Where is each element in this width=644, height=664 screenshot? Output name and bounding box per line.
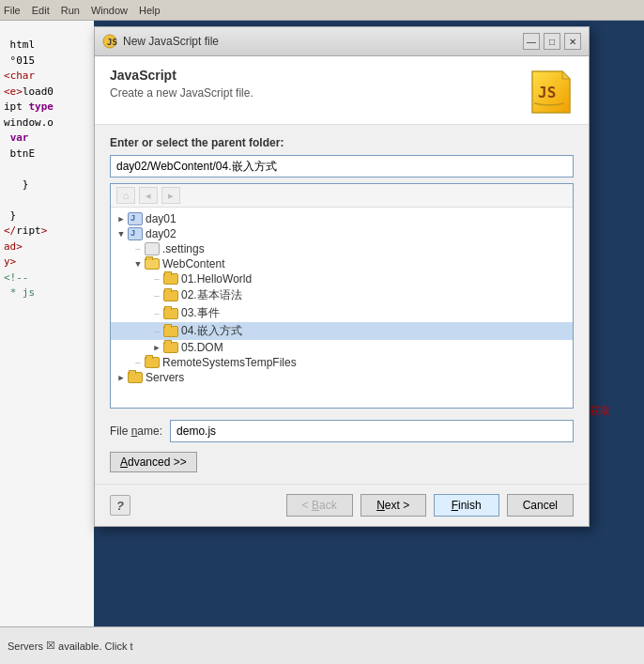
dialog-subtext: Create a new JavaScript file. — [110, 86, 253, 100]
helloworld-folder-icon — [163, 273, 178, 285]
svg-text:JS: JS — [538, 84, 556, 101]
tree-toggle-embed: — — [150, 327, 163, 336]
tree-item-helloworld[interactable]: — 01.HelloWorld — [111, 271, 573, 286]
help-button[interactable]: ? — [110, 495, 130, 516]
tree-toggle-basic: — — [150, 291, 163, 301]
tree-toolbar: ⌂ ◂ ▸ — [111, 184, 573, 208]
tree-item-settings[interactable]: — .settings — [111, 241, 573, 256]
embed-folder-icon — [163, 326, 178, 337]
dialog-titlebar: JS New JavaScript file — □ ✕ — [95, 27, 589, 56]
dialog-title-icon: JS — [102, 34, 117, 49]
tree-item-embed[interactable]: — 04.嵌入方式 — [111, 322, 573, 340]
tree-label-servers: Servers — [146, 371, 184, 384]
tree-item-servers[interactable]: ▶ Servers — [111, 370, 573, 385]
svg-text:JS: JS — [107, 38, 117, 47]
tree-content: ▶ day01 ▼ day02 — — [111, 208, 573, 389]
tree-toggle-day02[interactable]: ▼ — [115, 229, 128, 239]
editor-code-panel: html °015 <char <e>load0 ipt type window… — [0, 0, 94, 664]
remotesystems-folder-icon — [145, 357, 160, 368]
tree-label-basic: 02.基本语法 — [181, 287, 242, 303]
tree-toggle-dom[interactable]: ▶ — [150, 343, 163, 352]
menu-file[interactable]: File — [4, 5, 21, 16]
dialog-header: JavaScript Create a new JavaScript file.… — [95, 56, 589, 125]
advanced-button[interactable]: Advanced >> — [110, 452, 197, 472]
folder-field-label: Enter or select the parent folder: — [110, 136, 574, 149]
tree-toggle-settings[interactable]: — — [131, 244, 145, 254]
filename-input[interactable] — [170, 420, 574, 442]
tree-home-btn[interactable]: ⌂ — [116, 187, 135, 204]
servers-folder-icon — [128, 372, 143, 383]
folder-tree[interactable]: ⌂ ◂ ▸ ▶ day01 ▼ — [110, 183, 574, 409]
folder-path-input[interactable] — [110, 155, 574, 178]
tree-toggle-day01[interactable]: ▶ — [115, 214, 128, 224]
tree-label-day01: day01 — [146, 212, 176, 225]
tree-toggle-events: — — [150, 309, 163, 318]
tree-item-events[interactable]: — 03.事件 — [111, 304, 573, 322]
menu-edit[interactable]: Edit — [32, 5, 50, 16]
tree-label-dom: 05.DOM — [181, 341, 223, 354]
status-text: available. Click t — [58, 641, 132, 652]
tree-item-basic[interactable]: — 02.基本语法 — [111, 286, 573, 304]
menu-window[interactable]: Window — [91, 5, 128, 16]
tree-toggle-webcontent[interactable]: ▼ — [131, 259, 145, 269]
dialog-title-text: New JavaScript file — [123, 35, 219, 48]
project-icon-day02 — [128, 227, 143, 240]
close-button[interactable]: ✕ — [564, 33, 581, 50]
tree-item-day01[interactable]: ▶ day01 — [111, 211, 573, 226]
tree-back-btn[interactable]: ◂ — [139, 187, 158, 204]
menubar: File Edit Run Window Help — [0, 0, 644, 21]
bottom-statusbar: Servers ☒ available. Click t — [0, 626, 644, 664]
tree-label-remotesystems: RemoteSystemsTempFiles — [162, 356, 297, 369]
tree-label-day02: day02 — [146, 227, 176, 240]
tree-label-embed: 04.嵌入方式 — [181, 323, 242, 339]
minimize-button[interactable]: — — [523, 33, 540, 50]
js-logo-icon: JS — [525, 68, 574, 116]
tree-label-events: 03.事件 — [181, 305, 220, 321]
servers-tab[interactable]: Servers — [8, 641, 43, 652]
tree-label-webcontent: WebContent — [162, 257, 225, 270]
tree-item-webcontent[interactable]: ▼ WebContent — [111, 256, 573, 271]
dialog-footer: ? < Back Next > Finish Cancel — [95, 484, 589, 526]
events-folder-icon — [163, 308, 178, 319]
cancel-button[interactable]: Cancel — [507, 494, 574, 517]
filename-label: File name: — [110, 425, 162, 438]
basic-folder-icon — [163, 290, 178, 301]
tree-label-helloworld: 01.HelloWorld — [181, 272, 252, 286]
footer-buttons: < Back Next > Finish Cancel — [286, 494, 574, 517]
dom-folder-icon — [163, 342, 178, 353]
tree-toggle-helloworld: — — [150, 274, 163, 284]
tree-toggle-remotesystems: — — [131, 358, 145, 367]
tree-label-settings: .settings — [162, 242, 205, 255]
tree-item-day02[interactable]: ▼ day02 — [111, 226, 573, 241]
next-button[interactable]: Next > — [360, 494, 426, 517]
dialog-heading: JavaScript — [110, 68, 253, 83]
project-icon-day01 — [128, 212, 143, 225]
dialog-body: Enter or select the parent folder: ⌂ ◂ ▸… — [95, 125, 589, 484]
tree-toggle-servers[interactable]: ▶ — [115, 373, 128, 382]
tree-forward-btn[interactable]: ▸ — [161, 187, 180, 204]
menu-run[interactable]: Run — [61, 5, 80, 16]
filename-row: File name: — [110, 420, 574, 442]
restore-button[interactable]: □ — [544, 33, 560, 50]
tree-item-dom[interactable]: ▶ 05.DOM — [111, 340, 573, 355]
settings-folder-icon — [145, 242, 160, 255]
tree-item-remotesystems[interactable]: — RemoteSystemsTempFiles — [111, 355, 573, 370]
finish-button[interactable]: Finish — [434, 494, 499, 517]
new-js-file-dialog: JS New JavaScript file — □ ✕ JavaScript … — [94, 26, 590, 527]
webcontent-folder-icon — [145, 258, 160, 270]
menu-help[interactable]: Help — [139, 5, 161, 16]
back-button[interactable]: < Back — [286, 494, 353, 517]
